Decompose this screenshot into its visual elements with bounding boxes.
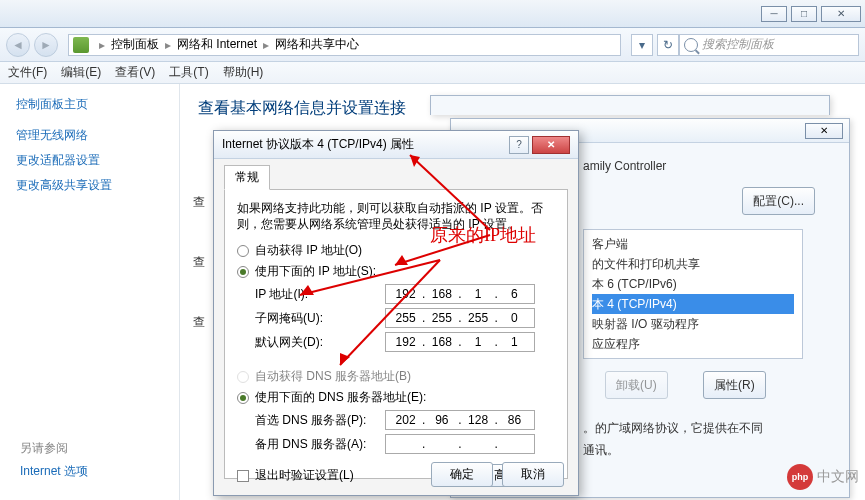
truncated-text: 查查查 <box>193 172 213 352</box>
sidebar-footer: 另请参阅 Internet 选项 <box>20 440 88 480</box>
refresh-button[interactable]: ↻ <box>657 34 679 56</box>
list-item[interactable]: 的文件和打印机共享 <box>592 254 794 274</box>
dns2-input[interactable]: ... <box>385 434 535 454</box>
back-button[interactable]: ◄ <box>6 33 30 57</box>
chevron-right-icon: ▸ <box>263 38 269 52</box>
svg-line-0 <box>410 155 490 230</box>
list-item[interactable]: 应应程序 <box>592 334 794 354</box>
breadcrumb-item[interactable]: 网络和共享中心 <box>275 36 359 53</box>
close-icon[interactable]: ✕ <box>805 123 843 139</box>
search-placeholder: 搜索控制面板 <box>702 36 774 53</box>
help-button[interactable]: ? <box>509 136 529 154</box>
navigation-bar: ◄ ► ▸ 控制面板 ▸ 网络和 Internet ▸ 网络和共享中心 ▾ ↻ … <box>0 28 865 62</box>
sidebar-footer-title: 另请参阅 <box>20 440 88 457</box>
annotation-arrow-icon <box>280 255 460 375</box>
maximize-button[interactable]: □ <box>791 6 817 22</box>
dns1-label: 首选 DNS 服务器(P): <box>255 412 385 429</box>
svg-marker-5 <box>300 285 314 295</box>
watermark-text: 中文网 <box>817 468 859 486</box>
sidebar-footer-link[interactable]: Internet 选项 <box>20 463 88 480</box>
protocol-desc2: 通讯。 <box>583 443 619 457</box>
ok-button[interactable]: 确定 <box>431 462 493 487</box>
watermark: php 中文网 <box>787 464 859 490</box>
uninstall-button[interactable]: 卸载(U) <box>605 371 668 399</box>
sidebar-title[interactable]: 控制面板主页 <box>16 96 163 113</box>
search-icon <box>684 38 698 52</box>
tab-general[interactable]: 常规 <box>224 165 270 190</box>
configure-button[interactable]: 配置(C)... <box>742 187 815 215</box>
menu-edit[interactable]: 编辑(E) <box>61 64 101 81</box>
dns1-input[interactable]: 202.96.128.86 <box>385 410 535 430</box>
menu-bar: 文件(F) 编辑(E) 查看(V) 工具(T) 帮助(H) <box>0 62 865 84</box>
properties-button[interactable]: 属性(R) <box>703 371 766 399</box>
list-item[interactable]: 映射器 I/O 驱动程序 <box>592 314 794 334</box>
sidebar-link-sharing[interactable]: 更改高级共享设置 <box>16 177 163 194</box>
menu-tools[interactable]: 工具(T) <box>169 64 208 81</box>
control-panel-icon <box>73 37 89 53</box>
sidebar-link-adapter[interactable]: 更改适配器设置 <box>16 152 163 169</box>
dropdown-button[interactable]: ▾ <box>631 34 653 56</box>
svg-line-4 <box>300 260 440 295</box>
list-item[interactable]: 客户端 <box>592 234 794 254</box>
chevron-right-icon: ▸ <box>99 38 105 52</box>
menu-view[interactable]: 查看(V) <box>115 64 155 81</box>
sidebar-link-wireless[interactable]: 管理无线网络 <box>16 127 163 144</box>
sidebar: 控制面板主页 管理无线网络 更改适配器设置 更改高级共享设置 另请参阅 Inte… <box>0 84 180 500</box>
breadcrumb-item[interactable]: 控制面板 <box>111 36 159 53</box>
forward-button[interactable]: ► <box>34 33 58 57</box>
menu-file[interactable]: 文件(F) <box>8 64 47 81</box>
chevron-right-icon: ▸ <box>165 38 171 52</box>
controller-name: amily Controller <box>583 159 666 173</box>
search-input[interactable]: 搜索控制面板 <box>679 34 859 56</box>
background-dialog-1 <box>430 95 830 115</box>
close-button[interactable]: ✕ <box>821 6 861 22</box>
list-item[interactable]: 本 6 (TCP/IPv6) <box>592 274 794 294</box>
svg-marker-1 <box>410 155 420 167</box>
menu-help[interactable]: 帮助(H) <box>223 64 264 81</box>
svg-line-6 <box>340 260 440 365</box>
list-item[interactable]: 本 4 (TCP/IPv4) <box>592 294 794 314</box>
minimize-button[interactable]: ─ <box>761 6 787 22</box>
annotation-text: 原来的IP地址 <box>430 223 536 247</box>
radio-static-dns[interactable]: 使用下面的 DNS 服务器地址(E): <box>237 389 555 406</box>
dialog-close-button[interactable]: ✕ <box>532 136 570 154</box>
window-titlebar: ─ □ ✕ <box>0 0 865 28</box>
watermark-logo-icon: php <box>787 464 813 490</box>
dns2-label: 备用 DNS 服务器(A): <box>255 436 385 453</box>
breadcrumb[interactable]: ▸ 控制面板 ▸ 网络和 Internet ▸ 网络和共享中心 <box>68 34 621 56</box>
breadcrumb-item[interactable]: 网络和 Internet <box>177 36 257 53</box>
cancel-button[interactable]: 取消 <box>502 462 564 487</box>
protocol-desc: 。的广域网络协议，它提供在不同 <box>583 421 763 435</box>
